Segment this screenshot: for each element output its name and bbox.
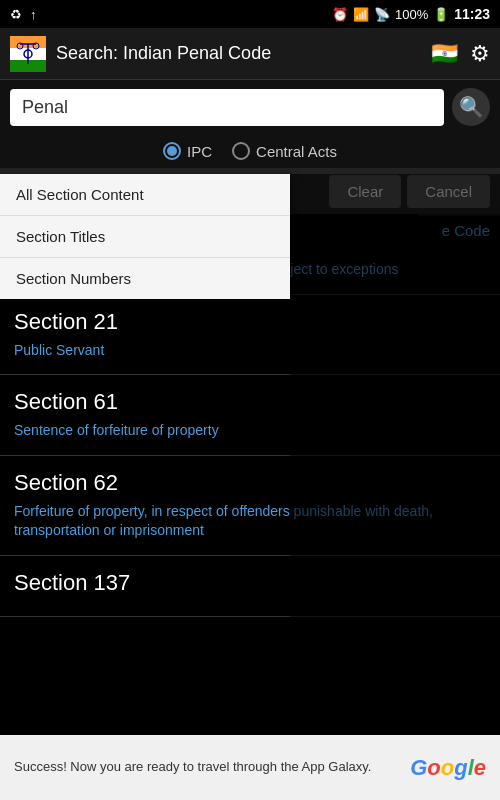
search-button[interactable]: 🔍 bbox=[452, 88, 490, 126]
radio-row: IPC Central Acts bbox=[0, 134, 500, 168]
settings-icon[interactable]: ⚙ bbox=[470, 41, 490, 67]
share-icon: ↑ bbox=[30, 7, 37, 22]
battery-percent: 100% bbox=[395, 7, 428, 22]
recycle-icon: ♻ bbox=[10, 7, 22, 22]
wifi-icon: 📶 bbox=[353, 7, 369, 22]
profile-icon[interactable]: 🇮🇳 bbox=[431, 41, 458, 67]
app-logo bbox=[10, 36, 46, 72]
ad-text: Success! Now you are ready to travel thr… bbox=[14, 758, 400, 776]
radio-ipc[interactable]: IPC bbox=[163, 142, 212, 160]
status-bar: ♻ ↑ ⏰ 📶 📡 100% 🔋 11:23 bbox=[0, 0, 500, 28]
google-logo: Google bbox=[410, 755, 486, 781]
radio-ipc-label: IPC bbox=[187, 143, 212, 160]
battery-icon: 🔋 bbox=[433, 7, 449, 22]
top-bar-left: Search: Indian Penal Code bbox=[10, 36, 271, 72]
radio-central-acts[interactable]: Central Acts bbox=[232, 142, 337, 160]
radio-central-acts-label: Central Acts bbox=[256, 143, 337, 160]
signal-icon: 📡 bbox=[374, 7, 390, 22]
radio-central-acts-circle[interactable] bbox=[232, 142, 250, 160]
magnifier-icon: 🔍 bbox=[459, 95, 484, 119]
dropdown-item-all-section[interactable]: All Section Content bbox=[0, 174, 290, 216]
time-display: 11:23 bbox=[454, 6, 490, 22]
search-input[interactable] bbox=[10, 89, 444, 126]
top-bar: Search: Indian Penal Code 🇮🇳 ⚙ bbox=[0, 28, 500, 80]
status-left-icons: ♻ ↑ bbox=[10, 7, 37, 22]
dropdown-item-section-numbers[interactable]: Section Numbers bbox=[0, 258, 290, 299]
ad-banner: Success! Now you are ready to travel thr… bbox=[0, 735, 500, 800]
page-title: Search: Indian Penal Code bbox=[56, 43, 271, 64]
dropdown-item-section-titles[interactable]: Section Titles bbox=[0, 216, 290, 258]
ad-text-block: Success! Now you are ready to travel thr… bbox=[14, 758, 400, 776]
radio-ipc-circle[interactable] bbox=[163, 142, 181, 160]
alarm-icon: ⏰ bbox=[332, 7, 348, 22]
dropdown-overlay bbox=[290, 174, 500, 735]
status-right-icons: ⏰ 📶 📡 100% 🔋 11:23 bbox=[332, 6, 490, 22]
dropdown-menu: All Section Content Section Titles Secti… bbox=[0, 174, 290, 299]
search-bar: 🔍 bbox=[0, 80, 500, 134]
top-bar-right[interactable]: 🇮🇳 ⚙ bbox=[431, 41, 490, 67]
